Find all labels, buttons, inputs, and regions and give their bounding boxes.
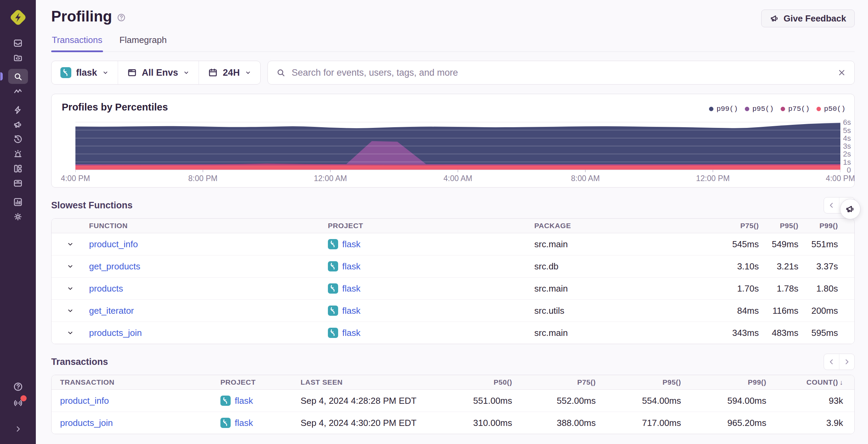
sidebar-item-explore[interactable]	[8, 69, 28, 84]
search-bar	[267, 61, 855, 85]
legend-item-p95[interactable]: p95()	[745, 105, 774, 113]
calendar-icon	[208, 68, 218, 78]
floating-feedback-button[interactable]	[840, 199, 860, 219]
clear-search-icon[interactable]	[837, 68, 846, 77]
x-axis-tick: 8:00 AM	[571, 174, 599, 183]
legend-item-p75[interactable]: p75()	[781, 105, 810, 113]
project-link[interactable]: flask	[235, 418, 253, 428]
expand-row-button[interactable]	[67, 263, 74, 270]
project-link[interactable]: flask	[342, 283, 360, 294]
project-filter[interactable]: flask	[52, 61, 118, 84]
column-header[interactable]: P99()	[681, 378, 766, 386]
sidebar-item-settings[interactable]	[8, 210, 28, 223]
project-filter-label: flask	[76, 68, 97, 78]
transaction-link[interactable]: product_info	[60, 396, 109, 406]
package-cell: src.main	[534, 328, 719, 338]
function-name: get_products	[89, 261, 328, 272]
project-link[interactable]: flask	[342, 328, 360, 338]
chevron-down-icon	[102, 69, 109, 76]
expand-row-button[interactable]	[67, 240, 74, 248]
megaphone-icon	[770, 14, 779, 23]
function-link[interactable]: products_join	[89, 328, 142, 338]
sidebar-bottom	[0, 380, 36, 436]
legend-dot	[781, 107, 785, 111]
table-row: product_info flaskSep 4, 2024 4:28:28 PM…	[52, 390, 854, 412]
project-link[interactable]: flask	[342, 306, 360, 316]
date-range-filter-label: 24H	[223, 68, 240, 78]
sidebar-item-dashboards[interactable]	[8, 162, 28, 175]
stats-icon	[13, 197, 23, 207]
p99-value: 965.20ms	[681, 418, 766, 428]
p75-value: 388.00ms	[512, 418, 596, 428]
sentry-logo[interactable]	[8, 7, 29, 28]
column-header[interactable]: LAST SEEN	[301, 378, 429, 386]
sidebar-item-boost[interactable]	[8, 104, 28, 116]
tab-flamegraph[interactable]: Flamegraph	[119, 33, 168, 51]
function-link[interactable]: product_info	[89, 239, 138, 249]
x-axis-tick: 8:00 PM	[188, 174, 218, 183]
project-link[interactable]: flask	[342, 239, 360, 250]
x-axis-tick: 12:00 AM	[314, 174, 347, 183]
environment-filter[interactable]: All Envs	[118, 61, 199, 84]
sidebar-item-stats[interactable]	[8, 196, 28, 208]
give-feedback-button[interactable]: Give Feedback	[761, 10, 855, 27]
legend-item-p99[interactable]: p99()	[709, 105, 738, 113]
next-page-button[interactable]	[839, 354, 854, 370]
sidebar-item-alerts[interactable]	[8, 148, 28, 160]
previous-page-button[interactable]	[824, 197, 839, 213]
expand-row-button[interactable]	[67, 329, 74, 337]
function-link[interactable]: get_iterator	[89, 306, 134, 316]
column-header[interactable]: P99()	[798, 222, 838, 230]
date-range-filter[interactable]: 24H	[199, 61, 260, 84]
tab-transactions[interactable]: Transactions	[51, 33, 103, 51]
p50-value: 551.00ms	[429, 396, 512, 406]
column-header-sorted[interactable]: COUNT()↓	[766, 378, 843, 386]
sidebar-item-feedback[interactable]	[8, 118, 28, 131]
sidebar-item-replays[interactable]	[8, 133, 28, 145]
column-header[interactable]: PROJECT	[220, 378, 301, 386]
column-header[interactable]: P75()	[512, 378, 596, 386]
chart-legend: p99()p95()p75()p50()	[709, 105, 845, 113]
sidebar-item-projects[interactable]	[8, 51, 28, 64]
search-input[interactable]	[291, 67, 832, 78]
project-link[interactable]: flask	[235, 396, 253, 406]
p95-value: 3.21s	[759, 261, 798, 272]
column-header[interactable]: P95()	[759, 222, 798, 230]
sidebar-item-traces[interactable]	[8, 85, 28, 97]
tab-bar: TransactionsFlamegraph	[51, 33, 855, 52]
flask-project-icon	[60, 67, 71, 78]
legend-item-p50[interactable]: p50()	[816, 105, 845, 113]
megaphone-icon	[845, 204, 855, 214]
sidebar-help-button[interactable]	[11, 380, 25, 394]
expand-row-button[interactable]	[67, 307, 74, 314]
sidebar-item-releases[interactable]	[8, 177, 28, 189]
sidebar-expand-button[interactable]	[11, 422, 25, 436]
column-header[interactable]: TRANSACTION	[52, 378, 220, 386]
sidebar-whats-new-button[interactable]	[11, 396, 25, 410]
column-header[interactable]: P75()	[719, 222, 759, 230]
transaction-link[interactable]: products_join	[60, 418, 113, 428]
table-row: products_join flasksrc.main343ms483ms595…	[52, 322, 854, 344]
function-link[interactable]: get_products	[89, 261, 140, 271]
previous-page-button[interactable]	[824, 354, 839, 370]
column-header[interactable]: PACKAGE	[534, 222, 719, 230]
p99-value: 594.00ms	[681, 396, 766, 406]
p75-value: 545ms	[719, 239, 759, 250]
sidebar-nav-group	[8, 104, 28, 189]
main-content: Profiling Give Feedback TransactionsFlam…	[36, 0, 868, 444]
column-header[interactable]: PROJECT	[328, 222, 534, 230]
expand-row-button[interactable]	[67, 285, 74, 292]
column-header[interactable]: P95()	[596, 378, 681, 386]
function-link[interactable]: products	[89, 283, 123, 294]
traces-icon	[13, 86, 23, 96]
last-seen-cell: Sep 4, 2024 4:30:20 PM EDT	[301, 418, 429, 428]
sidebar-item-issues[interactable]	[8, 37, 28, 49]
column-header[interactable]: FUNCTION	[89, 222, 328, 230]
help-circle-icon[interactable]	[117, 13, 126, 22]
column-header[interactable]: P50()	[429, 378, 512, 386]
count-value: 3.9k	[766, 418, 843, 428]
table-row: product_info flasksrc.main545ms549ms551m…	[52, 233, 854, 255]
function-name: products	[89, 283, 328, 294]
p75-value: 343ms	[719, 328, 759, 338]
project-link[interactable]: flask	[342, 261, 360, 272]
